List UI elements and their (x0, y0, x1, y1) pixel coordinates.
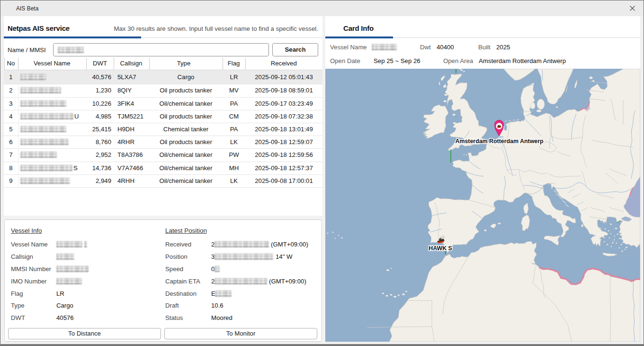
svg-text:HAWK S: HAWK S (429, 245, 452, 252)
svg-text:Amsterdam Rotterdam Antwerp: Amsterdam Rotterdam Antwerp (455, 138, 544, 145)
